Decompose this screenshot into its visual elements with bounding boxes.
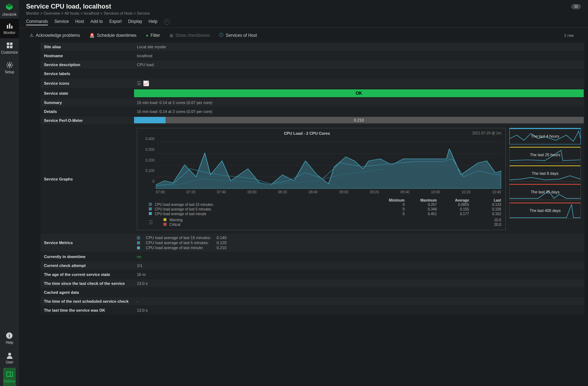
svg-text:i: i — [9, 333, 10, 338]
label-check-attempt: Current check attempt — [40, 261, 133, 270]
logo-icon — [3, 3, 16, 12]
legend-table: Minimum Maximum Average Last CPU load av… — [149, 198, 501, 227]
svg-rect-2 — [7, 25, 8, 29]
svg-rect-7 — [7, 46, 9, 48]
label-next-check: The time of the next scheduled service c… — [40, 297, 133, 306]
customize-icon — [6, 42, 13, 49]
sidebar-icon — [6, 371, 13, 378]
graph-timestamp: 2021-07-29 @ 1m — [472, 131, 501, 135]
siren-icon: 🚨 — [89, 33, 95, 38]
toolbar: ⚠ Acknowledge problems 🚨 Schedule downti… — [19, 28, 588, 43]
checkbox-icon: ▣ — [169, 33, 173, 38]
label-service-labels: Service labels — [40, 69, 133, 78]
help-icon: i — [6, 332, 13, 339]
legend-menu-icon[interactable]: ☰ — [149, 219, 153, 225]
menu-export[interactable]: Export — [109, 19, 122, 25]
monitor-icon — [6, 22, 13, 29]
label-age-state: The age of the current service state — [40, 270, 133, 279]
menu-icon[interactable]: ☰ — [137, 80, 142, 86]
breadcrumb-item[interactable]: Service — [137, 11, 150, 15]
label-service-state: Service state — [40, 89, 133, 98]
label-details: Details — [40, 107, 133, 116]
legend-row[interactable]: CPU load average of last 5 minutes00.348… — [149, 207, 501, 212]
schedule-button[interactable]: 🚨 Schedule downtimes — [86, 31, 140, 39]
x-axis-labels: 07:0007:2007:4008:0008:2008:4009:0009:20… — [156, 190, 501, 194]
thumbnail-graph[interactable]: The last 400 days — [509, 202, 581, 219]
label-perfometer: Service Perf-O-Meter — [40, 116, 133, 125]
thumbnail-graph[interactable]: The last 8 days — [509, 165, 581, 182]
metric-row: CPU load average of last minute:0.210 — [137, 246, 227, 250]
value-time-since: 13.0 s — [133, 279, 584, 288]
graph-title: CPU Load - 2 CPU Cores — [142, 131, 472, 135]
value-hostname[interactable]: localhost — [133, 51, 584, 60]
value-age-state: 16 m — [133, 270, 584, 279]
legend-row[interactable]: CPU load average of last minute00.4510.1… — [149, 212, 501, 216]
sidebar-item-user[interactable]: User — [6, 348, 13, 368]
sidebar-item-help[interactable]: i Help — [6, 328, 13, 348]
page-title: Service CPU load, localhost — [26, 3, 111, 10]
menu-display[interactable]: Display — [128, 19, 142, 25]
label-service-icons: Service icons — [40, 78, 133, 88]
sidebar-item-customize[interactable]: Customize — [0, 38, 19, 58]
filter-button[interactable]: ● Filter — [142, 31, 164, 39]
perfometer-fill — [134, 117, 165, 123]
menu-bar: CommandsServiceHostAdd toExportDisplayHe… — [19, 15, 588, 28]
user-icon — [6, 352, 13, 359]
svg-point-12 — [8, 353, 11, 356]
y-axis-labels: 0.4000.3000.2000.1000 — [142, 137, 154, 183]
value-last-ok: 13.0 s — [133, 306, 584, 315]
sidebar-item-setup[interactable]: Setup — [0, 58, 19, 78]
chart-svg — [156, 137, 501, 189]
thumbnail-graph[interactable]: The last 35 days — [509, 184, 581, 200]
value-details: 15 min load: 0.14 at 2 cores (0.07 per c… — [133, 107, 584, 116]
menu-service[interactable]: Service — [54, 19, 69, 25]
show-checkboxes-button[interactable]: ▣ Show checkboxes — [166, 31, 214, 39]
value-site-alias: Local site mysite — [133, 43, 584, 51]
label-summary: Summary — [40, 98, 133, 107]
legend-threshold: Warning10.0 — [163, 218, 501, 222]
breadcrumb-item[interactable]: Services of Host — [104, 11, 132, 15]
legend-row[interactable]: CPU load average of last 15 minutes00.26… — [149, 202, 501, 207]
breadcrumb-item[interactable]: Monitor — [26, 11, 39, 15]
state-badge: OK — [134, 89, 584, 97]
perfometer[interactable]: 0.210 — [134, 117, 584, 123]
thumbnail-graph[interactable]: The last 25 hours — [509, 147, 581, 163]
svg-rect-6 — [10, 43, 13, 45]
gear-icon — [6, 61, 13, 69]
graph-icon[interactable]: 📈 — [143, 80, 149, 86]
services-of-host-button[interactable]: ⓘ Services of Host — [216, 31, 260, 40]
breadcrumb-item[interactable]: localhost — [84, 11, 99, 15]
svg-rect-5 — [7, 43, 9, 45]
menu-commands[interactable]: Commands — [26, 19, 48, 25]
svg-rect-13 — [7, 372, 13, 376]
acknowledge-button[interactable]: ⚠ Acknowledge problems — [26, 31, 84, 39]
value-next-check: - — [133, 297, 584, 306]
menu-collapse-icon[interactable]: ⌃ — [164, 19, 170, 25]
row-count: 1 row — [564, 33, 581, 38]
label-hostname: Hostname — [40, 51, 133, 60]
legend-threshold: Critical20.0 — [163, 222, 501, 227]
value-cached-agent — [133, 288, 584, 297]
sidebar-item-monitor[interactable]: Monitor — [0, 19, 19, 38]
value-downtime: no — [133, 252, 584, 261]
sidebar: checkmk Monitor Customize Setup i Help U… — [0, 0, 19, 386]
menu-add-to[interactable]: Add to — [90, 19, 103, 25]
svg-rect-3 — [9, 24, 10, 29]
breadcrumb: Monitor>Overview>All hosts>localhost>Ser… — [26, 11, 581, 15]
logo[interactable]: checkmk — [3, 0, 16, 19]
menu-host[interactable]: Host — [75, 19, 84, 25]
metric-row: CPU load average of last 15 minutes:0.14… — [137, 236, 227, 240]
thumbnail-graph[interactable]: The last 4 hours — [509, 128, 581, 144]
value-service-icons: ☰ 📈 — [133, 78, 584, 88]
menu-help[interactable]: Help — [149, 19, 158, 25]
label-service-desc: Service description — [40, 60, 133, 69]
breadcrumb-item[interactable]: Overview — [44, 11, 60, 15]
svg-rect-4 — [11, 26, 13, 29]
main-graph[interactable]: CPU Load - 2 CPU Cores 2021-07-29 @ 1m 0… — [137, 128, 506, 230]
refresh-badge[interactable]: 30 — [571, 4, 581, 9]
sidebar-toggle[interactable]: Sidebar — [3, 368, 15, 386]
label-service-metrics: Service Metrics — [40, 233, 133, 252]
label-cached-agent: Cached agent data — [40, 288, 133, 297]
breadcrumb-item[interactable]: All hosts — [64, 11, 79, 15]
graph-thumbnails: The last 4 hoursThe last 25 hoursThe las… — [509, 128, 581, 230]
